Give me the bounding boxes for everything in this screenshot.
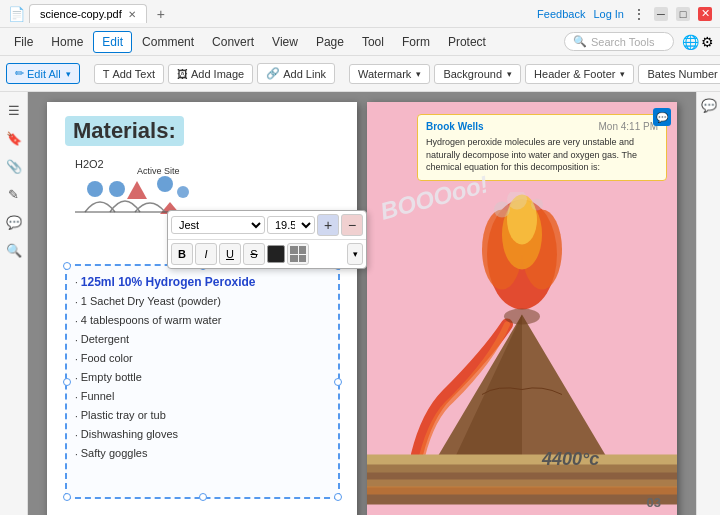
list-item: · 125ml 10% Hydrogen Peroxide [75, 272, 256, 292]
svg-point-21 [504, 309, 540, 325]
svg-point-6 [177, 186, 189, 198]
settings-icon[interactable]: ⚙ [701, 34, 714, 50]
svg-text:Active Site: Active Site [137, 166, 180, 176]
app-icon: 📄 [8, 6, 25, 22]
menu-comment[interactable]: Comment [134, 32, 202, 52]
comment-text: Hydrogen peroxide molecules are very uns… [426, 137, 637, 172]
menu-protect[interactable]: Protect [440, 32, 494, 52]
svg-rect-20 [367, 487, 677, 495]
menu-edit[interactable]: Edit [93, 31, 132, 53]
search-box[interactable]: 🔍 Search Tools [564, 32, 674, 51]
list-item-text: 125ml 10% Hydrogen Peroxide [81, 272, 256, 292]
menu-convert[interactable]: Convert [204, 32, 262, 52]
maximize-button[interactable]: □ [676, 7, 690, 21]
list-item-text: Empty bottle [81, 368, 142, 387]
list-item-text: Food color [81, 349, 133, 368]
menu-file[interactable]: File [6, 32, 41, 52]
bates-number-button[interactable]: Bates Number ▾ [638, 64, 720, 84]
list-item: · 4 tablespoons of warm water [75, 311, 256, 330]
float-toolbar: Jest 19.51 + − B I U S [167, 210, 367, 269]
italic-button[interactable]: I [195, 243, 217, 265]
format-more-button[interactable]: ▾ [347, 243, 363, 265]
page-left: Materials: H2O2 Active Site [47, 102, 357, 515]
font-size-select[interactable]: 19.51 [267, 216, 315, 234]
list-item-text: Dishwashing gloves [81, 425, 178, 444]
bold-button[interactable]: B [171, 243, 193, 265]
login-link[interactable]: Log In [593, 8, 624, 20]
comment-icon[interactable]: 💬 [653, 108, 671, 126]
handle-br[interactable] [334, 493, 342, 501]
handle-mr[interactable] [334, 378, 342, 386]
menu-tool[interactable]: Tool [354, 32, 392, 52]
side-icon-comment[interactable]: 💬 [4, 212, 24, 232]
side-panel: ☰ 🔖 📎 ✎ 💬 🔍 [0, 92, 28, 515]
side-icon-menu[interactable]: ☰ [4, 100, 24, 120]
toolbar: ✏ Edit All ▾ T Add Text 🖼 Add Image 🔗 Ad… [0, 56, 720, 92]
document-tab[interactable]: science-copy.pdf ✕ [29, 4, 147, 23]
handle-ml[interactable] [63, 378, 71, 386]
watermark-caret: ▾ [416, 69, 421, 79]
new-tab-button[interactable]: + [151, 4, 171, 24]
svg-text:H2O2: H2O2 [75, 158, 104, 170]
background-caret: ▾ [507, 69, 512, 79]
svg-rect-19 [367, 480, 677, 488]
font-size-decrease-button[interactable]: − [341, 214, 363, 236]
add-image-button[interactable]: 🖼 Add Image [168, 64, 253, 84]
edit-all-caret: ▾ [66, 69, 71, 79]
font-size-increase-button[interactable]: + [317, 214, 339, 236]
side-icon-attachment[interactable]: 📎 [4, 156, 24, 176]
text-color-swatch[interactable] [267, 245, 285, 263]
edit-all-button[interactable]: ✏ Edit All ▾ [6, 63, 80, 84]
list-item: · Empty bottle [75, 368, 256, 387]
list-item-text: 1 Sachet Dry Yeast (powder) [81, 292, 221, 311]
list-item: · 1 Sachet Dry Yeast (powder) [75, 292, 256, 311]
add-link-button[interactable]: 🔗 Add Link [257, 63, 335, 84]
minimize-button[interactable]: ─ [654, 7, 668, 21]
watermark-button[interactable]: Watermark ▾ [349, 64, 430, 84]
list-item: · Food color [75, 349, 256, 368]
side-icon-bookmark[interactable]: 🔖 [4, 128, 24, 148]
side-icon-search[interactable]: 🔍 [4, 240, 24, 260]
handle-bl[interactable] [63, 493, 71, 501]
svg-point-23 [494, 202, 510, 218]
header-footer-button[interactable]: Header & Footer ▾ [525, 64, 634, 84]
svg-text:4400°c: 4400°c [541, 449, 599, 469]
search-placeholder: Search Tools [591, 36, 654, 48]
close-button[interactable]: ✕ [698, 7, 712, 21]
menu-view[interactable]: View [264, 32, 306, 52]
svg-point-5 [157, 176, 173, 192]
browser-icon[interactable]: 🌐 [682, 34, 699, 50]
side-icon-edit[interactable]: ✎ [4, 184, 24, 204]
materials-title: Materials: [65, 116, 184, 146]
underline-button[interactable]: U [219, 243, 241, 265]
handle-bm[interactable] [199, 493, 207, 501]
tab-close-icon[interactable]: ✕ [128, 9, 136, 20]
feedback-link[interactable]: Feedback [537, 8, 585, 20]
menu-form[interactable]: Form [394, 32, 438, 52]
comment-header: Brook Wells Mon 4:11 PM [426, 121, 658, 132]
list-item-text: Safty goggles [81, 444, 148, 463]
list-item: · Dishwashing gloves [75, 425, 256, 444]
list-item: · Funnel [75, 387, 256, 406]
table-icon-button[interactable] [287, 243, 309, 265]
tab-filename: science-copy.pdf [40, 8, 122, 20]
edit-all-icon: ✏ [15, 67, 24, 80]
background-button[interactable]: Background ▾ [434, 64, 521, 84]
right-panel-icon[interactable]: 💬 [701, 98, 717, 113]
svg-point-1 [87, 181, 103, 197]
menu-page[interactable]: Page [308, 32, 352, 52]
add-text-button[interactable]: T Add Text [94, 64, 164, 84]
comment-author: Brook Wells [426, 121, 484, 132]
svg-point-24 [531, 199, 543, 211]
page-number: 03 [647, 495, 661, 510]
title-bar: 📄 science-copy.pdf ✕ + Feedback Log In ⋮… [0, 0, 720, 28]
list-item-text: 4 tablespoons of warm water [81, 311, 222, 330]
strikethrough-button[interactable]: S [243, 243, 265, 265]
menu-home[interactable]: Home [43, 32, 91, 52]
float-toolbar-row2: B I U S ▾ [168, 240, 366, 268]
add-link-icon: 🔗 [266, 67, 280, 80]
font-family-select[interactable]: Jest [171, 216, 265, 234]
float-toolbar-row1: Jest 19.51 + − [168, 211, 366, 240]
menu-icon[interactable]: ⋮ [632, 6, 646, 22]
handle-tl[interactable] [63, 262, 71, 270]
